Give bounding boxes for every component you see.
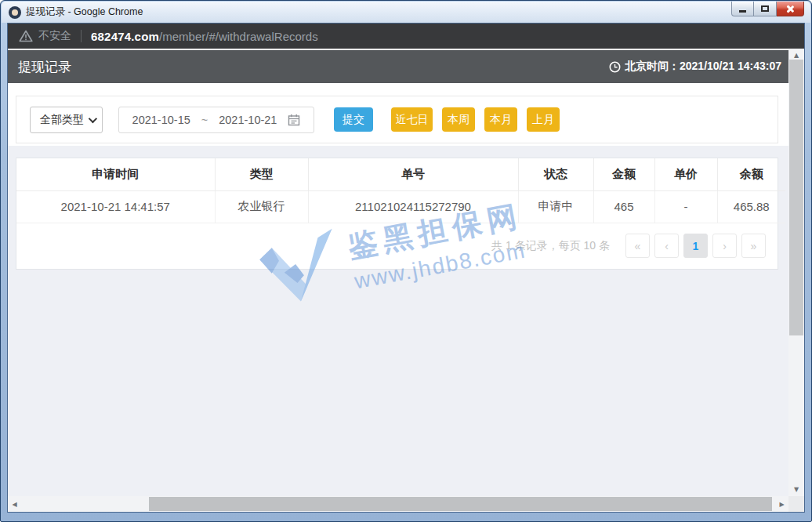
date-to: 2021-10-21 — [219, 114, 277, 126]
scroll-right-button[interactable]: ▶ — [775, 496, 788, 512]
pagination-summary: 共 1 条记录，每页 10 条 — [491, 239, 610, 253]
type-select-value: 全部类型 — [40, 113, 84, 127]
pagination-next-button[interactable]: › — [712, 234, 737, 258]
warning-triangle-icon — [19, 30, 33, 42]
page-header: 提现记录 北京时间：2021/10/21 14:43:07 — [8, 49, 788, 83]
type-select[interactable]: 全部类型 — [30, 107, 103, 133]
browser-client-area: 不安全 682474.com/member/#/withdrawalRecord… — [7, 23, 805, 513]
table-row: 2021-10-21 14:41:57 农业银行 211021024115272… — [16, 190, 785, 223]
filter-toolbar: 全部类型 2021-10-15 ~ 2021-10-21 — [16, 96, 778, 143]
beijing-time-text: 北京时间：2021/10/21 14:43:07 — [625, 60, 781, 74]
cell-balance: 465.88 — [717, 190, 785, 223]
scroll-down-button[interactable]: ▼ — [788, 483, 804, 496]
cell-order-no: 211021024115272790 — [308, 190, 518, 223]
window-controls — [731, 2, 804, 16]
date-from: 2021-10-15 — [132, 114, 190, 126]
quick-range-thismonth-button[interactable]: 本月 — [484, 107, 517, 132]
minimize-button[interactable] — [731, 2, 754, 16]
page-title: 提现记录 — [18, 58, 71, 76]
minimize-icon — [739, 10, 746, 13]
cell-apply-time: 2021-10-21 14:41:57 — [16, 190, 215, 223]
quick-range-lastmonth-button[interactable]: 上月 — [527, 107, 560, 132]
security-label: 不安全 — [38, 29, 71, 43]
records-table-card: 申请时间 类型 单号 状态 金额 单价 余额 2021-10-21 14:41:… — [16, 158, 778, 270]
page-content: 全部类型 2021-10-15 ~ 2021-10-21 — [8, 83, 788, 496]
cell-status: 申请中 — [518, 190, 593, 223]
col-unit-price: 单价 — [654, 158, 717, 190]
maximize-icon — [761, 5, 769, 12]
close-button[interactable] — [777, 2, 804, 16]
vertical-scrollbar[interactable]: ▲ ▼ — [788, 49, 804, 496]
table-header-row: 申请时间 类型 单号 状态 金额 单价 余额 — [16, 158, 785, 190]
col-order-no: 单号 — [308, 158, 518, 190]
horizontal-scrollbar[interactable]: ◀ ▶ — [8, 496, 788, 512]
beijing-time: 北京时间：2021/10/21 14:43:07 — [609, 60, 781, 74]
date-range-input[interactable]: 2021-10-15 ~ 2021-10-21 — [118, 107, 314, 133]
cell-amount: 465 — [593, 190, 654, 223]
quick-range-thisweek-button[interactable]: 本周 — [442, 107, 475, 132]
date-separator: ~ — [201, 114, 208, 126]
pagination-last-button[interactable]: » — [741, 234, 766, 258]
close-icon — [786, 5, 795, 13]
cell-unit-price: - — [654, 190, 717, 223]
url-divider — [81, 30, 82, 42]
scrollbar-corner — [788, 496, 804, 512]
security-indicator[interactable]: 不安全 — [19, 29, 71, 43]
horizontal-scrollbar-thumb[interactable] — [149, 497, 772, 511]
clock-icon — [609, 61, 621, 73]
cell-type: 农业银行 — [215, 190, 308, 223]
chevron-down-icon — [89, 114, 97, 122]
vertical-scrollbar-thumb[interactable] — [789, 60, 803, 335]
window-titlebar: 提现记录 - Google Chrome — [2, 2, 810, 23]
col-balance: 余额 — [717, 158, 785, 190]
pagination-page-1-button[interactable]: 1 — [683, 234, 708, 258]
url-path: /member/#/withdrawalRecords — [159, 30, 318, 43]
scroll-left-button[interactable]: ◀ — [8, 496, 21, 512]
pagination: 共 1 条记录，每页 10 条 « ‹ 1 › » — [16, 223, 778, 269]
maximize-button[interactable] — [754, 2, 777, 16]
col-type: 类型 — [215, 158, 308, 190]
quick-range-last7days-button[interactable]: 近七日 — [391, 107, 433, 132]
browser-window: 提现记录 - Google Chrome 不安全 682474.com/memb… — [0, 0, 812, 522]
site-favicon-icon — [9, 6, 21, 19]
withdrawal-records-table: 申请时间 类型 单号 状态 金额 单价 余额 2021-10-21 14:41:… — [16, 158, 785, 223]
address-bar: 不安全 682474.com/member/#/withdrawalRecord… — [8, 24, 804, 49]
pagination-prev-button[interactable]: ‹ — [654, 234, 679, 258]
col-apply-time: 申请时间 — [16, 158, 215, 190]
window-title: 提现记录 - Google Chrome — [26, 5, 143, 19]
url-domain: 682474.com — [91, 30, 159, 43]
submit-button[interactable]: 提交 — [334, 107, 373, 132]
pagination-first-button[interactable]: « — [625, 234, 650, 258]
col-status: 状态 — [518, 158, 593, 190]
calendar-icon — [288, 114, 300, 126]
col-amount: 金额 — [593, 158, 654, 190]
